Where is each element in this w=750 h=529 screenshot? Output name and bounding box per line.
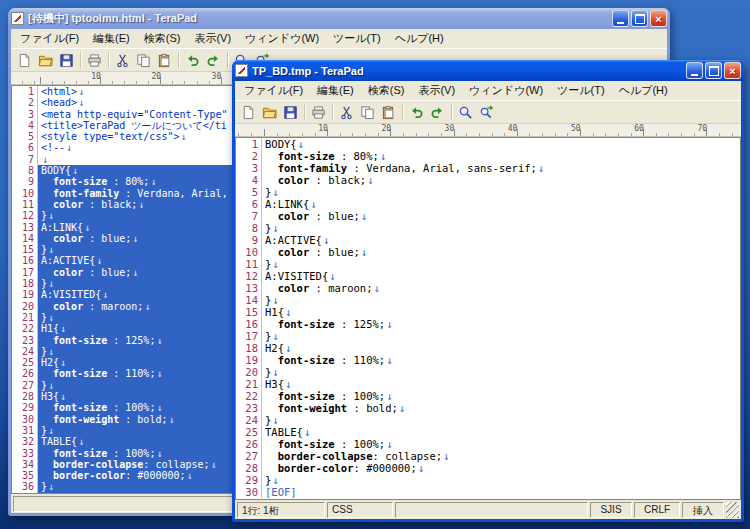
print-button[interactable] (308, 102, 329, 123)
line-number: 31 (12, 425, 37, 436)
eol-mark: ↓ (272, 222, 278, 234)
close-button[interactable] (724, 62, 741, 79)
line-text[interactable]: }↓ (261, 414, 740, 426)
menu-item-4[interactable]: ウィンドウ(W) (462, 81, 550, 100)
line-text[interactable]: border-collapse: collapse;↓ (261, 450, 740, 462)
code-line: 29}↓ (236, 474, 740, 486)
undo-button[interactable] (406, 102, 427, 123)
toolbar-separator (451, 104, 452, 120)
line-text[interactable]: color : black;↓ (261, 174, 740, 186)
status-segment: 挿入 (682, 502, 724, 518)
line-text[interactable]: color : blue;↓ (261, 246, 740, 258)
line-text[interactable]: A:LINK{↓ (261, 198, 740, 210)
redo-button[interactable] (203, 50, 224, 71)
line-text[interactable]: color : blue;↓ (261, 210, 740, 222)
line-number: 15 (236, 306, 261, 318)
line-text[interactable]: H3{↓ (261, 378, 740, 390)
line-number: 12 (12, 210, 37, 221)
line-text[interactable]: TABLE{↓ (261, 426, 740, 438)
find-next-button[interactable] (476, 102, 497, 123)
titlebar[interactable]: [待機中] tptoolmn.html - TeraPad (8, 8, 670, 29)
line-text[interactable]: BODY{↓ (261, 138, 740, 150)
new-file-button[interactable] (238, 102, 259, 123)
line-text[interactable]: }↓ (261, 294, 740, 306)
paste-button[interactable] (154, 50, 175, 71)
line-text[interactable]: font-weight : bold;↓ (261, 402, 740, 414)
column-ruler: 10203040506070 (235, 124, 741, 137)
paste-button[interactable] (378, 102, 399, 123)
maximize-button[interactable] (631, 10, 648, 27)
editor-area[interactable]: 1BODY{↓2 font-size : 80%;↓3 font-family … (235, 137, 741, 500)
line-text[interactable]: }↓ (261, 366, 740, 378)
print-icon (87, 53, 102, 68)
line-text[interactable]: font-size : 110%;↓ (261, 354, 740, 366)
new-file-button[interactable] (14, 50, 35, 71)
line-text[interactable]: font-size : 100%;↓ (261, 390, 740, 402)
eol-mark: ↓ (361, 246, 367, 258)
line-text[interactable]: A:VISITED{↓ (261, 270, 740, 282)
undo-button[interactable] (182, 50, 203, 71)
menu-item-0[interactable]: ファイル(F) (13, 29, 86, 48)
line-number: 1 (236, 138, 261, 150)
line-text[interactable]: font-size : 80%;↓ (261, 150, 740, 162)
line-number: 21 (236, 378, 261, 390)
line-number: 14 (236, 294, 261, 306)
ruler-number: 50 (571, 124, 581, 133)
open-folder-button[interactable] (35, 50, 56, 71)
menu-item-2[interactable]: 検索(S) (361, 81, 412, 100)
line-text[interactable]: }↓ (261, 222, 740, 234)
line-text[interactable]: H1{↓ (261, 306, 740, 318)
menu-item-0[interactable]: ファイル(F) (237, 81, 310, 100)
line-text[interactable]: }↓ (261, 258, 740, 270)
menu-item-1[interactable]: 編集(E) (310, 81, 361, 100)
titlebar[interactable]: TP_BD.tmp - TeraPad (232, 60, 744, 81)
eol-mark: ↓ (48, 425, 54, 436)
line-text[interactable]: A:ACTIVE{↓ (261, 234, 740, 246)
eol-mark: ↓ (156, 448, 162, 459)
line-text[interactable]: font-family : Verdana, Arial, sans-serif… (261, 162, 740, 174)
line-number: 23 (12, 335, 37, 346)
line-number: 25 (12, 357, 37, 368)
line-text[interactable]: H2{↓ (261, 342, 740, 354)
cut-button[interactable] (336, 102, 357, 123)
menu-item-5[interactable]: ツール(T) (550, 81, 612, 100)
menu-item-2[interactable]: 検索(S) (137, 29, 188, 48)
ruler-number: 10 (318, 124, 328, 133)
menu-item-6[interactable]: ヘルプ(H) (612, 81, 675, 100)
code-line: 30[EOF] (236, 486, 740, 498)
menu-item-1[interactable]: 編集(E) (86, 29, 137, 48)
maximize-button[interactable] (705, 62, 722, 79)
eol-mark: ↓ (272, 330, 278, 342)
menu-item-3[interactable]: 表示(V) (411, 81, 462, 100)
menu-item-3[interactable]: 表示(V) (187, 29, 238, 48)
cut-button[interactable] (112, 50, 133, 71)
minimize-button[interactable] (612, 10, 629, 27)
close-button[interactable] (650, 10, 667, 27)
open-folder-icon (262, 105, 277, 120)
line-text[interactable]: }↓ (261, 330, 740, 342)
eol-mark: ↓ (78, 86, 84, 97)
print-button[interactable] (84, 50, 105, 71)
open-folder-button[interactable] (259, 102, 280, 123)
menu-item-4[interactable]: ウィンドウ(W) (238, 29, 326, 48)
menu-item-5[interactable]: ツール(T) (326, 29, 388, 48)
line-text[interactable]: }↓ (261, 474, 740, 486)
find-button[interactable] (455, 102, 476, 123)
status-segment: 1行: 1桁 (237, 502, 325, 518)
redo-button[interactable] (427, 102, 448, 123)
copy-button[interactable] (357, 102, 378, 123)
line-text[interactable]: [EOF] (261, 486, 740, 498)
save-button[interactable] (280, 102, 301, 123)
eol-mark: ↓ (48, 312, 54, 323)
line-text[interactable]: font-size : 125%;↓ (261, 318, 740, 330)
line-text[interactable]: }↓ (261, 186, 740, 198)
menu-item-6[interactable]: ヘルプ(H) (388, 29, 451, 48)
save-button[interactable] (56, 50, 77, 71)
line-text[interactable]: color : maroon;↓ (261, 282, 740, 294)
line-text[interactable]: border-color: #000000;↓ (261, 462, 740, 474)
code-line: 15H1{↓ (236, 306, 740, 318)
eol-mark: ↓ (60, 391, 66, 402)
minimize-button[interactable] (686, 62, 703, 79)
line-text[interactable]: font-size : 100%;↓ (261, 438, 740, 450)
copy-button[interactable] (133, 50, 154, 71)
